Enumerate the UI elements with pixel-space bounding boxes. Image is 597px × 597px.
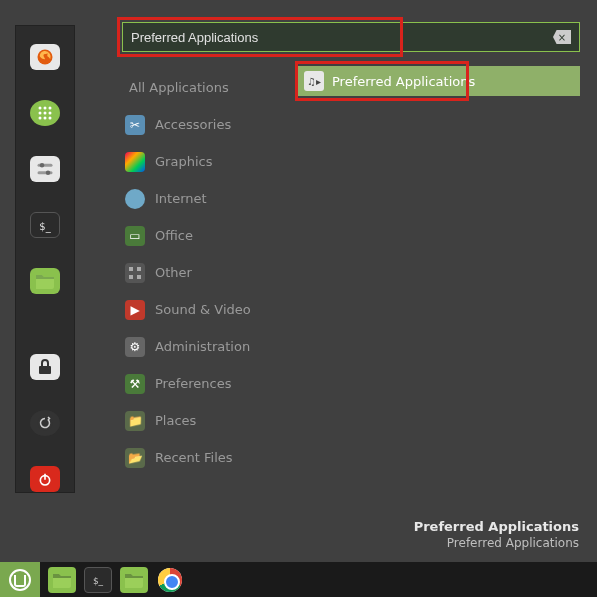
search-input[interactable] [131, 30, 553, 45]
svg-rect-21 [137, 275, 141, 279]
svg-point-3 [49, 106, 52, 109]
sliders-icon [36, 160, 54, 178]
taskbar-files[interactable] [48, 567, 76, 593]
category-preferences[interactable]: ⚒ Preferences [125, 365, 285, 402]
svg-point-1 [39, 106, 42, 109]
favorite-software-manager[interactable] [30, 100, 60, 126]
result-preferred-applications[interactable]: ♫▸ Preferred Applications [296, 66, 580, 96]
taskbar-terminal[interactable]: $_ [84, 567, 112, 593]
svg-point-9 [49, 116, 52, 119]
svg-point-11 [40, 163, 45, 168]
favorite-terminal[interactable]: $_ [30, 212, 60, 239]
taskbar: $_ [0, 562, 597, 597]
category-recent-files[interactable]: 📂 Recent Files [125, 439, 285, 476]
taskbar-files-2[interactable] [120, 567, 148, 593]
category-label: Places [155, 413, 196, 428]
recent-icon: 📂 [125, 448, 145, 468]
category-label: Administration [155, 339, 250, 354]
category-label: Sound & Video [155, 302, 251, 317]
favorite-firefox[interactable] [30, 44, 60, 70]
svg-point-6 [49, 111, 52, 114]
favorite-system-settings[interactable] [30, 156, 60, 182]
taskbar-chrome[interactable] [156, 567, 184, 593]
folder-icon: 📁 [125, 411, 145, 431]
clear-search-button[interactable]: × [553, 30, 571, 44]
category-label: Office [155, 228, 193, 243]
description-subtitle: Preferred Applications [414, 536, 579, 550]
svg-rect-14 [39, 366, 51, 374]
category-all-applications[interactable]: All Applications [125, 69, 285, 106]
lock-icon [38, 359, 52, 375]
svg-point-5 [44, 111, 47, 114]
mint-menu-button[interactable] [0, 562, 40, 597]
description-title: Preferred Applications [414, 519, 579, 534]
favorite-lock-screen[interactable] [30, 354, 60, 380]
category-administration[interactable]: ⚙ Administration [125, 328, 285, 365]
power-icon [37, 471, 53, 487]
office-icon: ▭ [125, 226, 145, 246]
category-label: Internet [155, 191, 207, 206]
category-label: Preferences [155, 376, 231, 391]
svg-rect-19 [137, 267, 141, 271]
category-sound-video[interactable]: ▶ Sound & Video [125, 291, 285, 328]
category-office[interactable]: ▭ Office [125, 217, 285, 254]
category-label: Graphics [155, 154, 212, 169]
category-label: Other [155, 265, 192, 280]
scissors-icon: ✂ [125, 115, 145, 135]
result-label: Preferred Applications [332, 74, 475, 89]
favorite-power[interactable] [30, 466, 60, 492]
preferences-icon: ⚒ [125, 374, 145, 394]
folder-icon [124, 572, 144, 588]
folder-icon [35, 273, 55, 289]
preferred-apps-icon: ♫▸ [304, 71, 324, 91]
svg-rect-20 [129, 275, 133, 279]
grid-icon [37, 105, 53, 121]
category-label: All Applications [129, 80, 229, 95]
globe-icon [125, 189, 145, 209]
mint-logo-icon [9, 569, 31, 591]
category-accessories[interactable]: ✂ Accessories [125, 106, 285, 143]
admin-icon: ⚙ [125, 337, 145, 357]
favorites-sidebar: $_ [15, 25, 75, 493]
folder-icon [52, 572, 72, 588]
category-other[interactable]: Other [125, 254, 285, 291]
svg-point-13 [46, 170, 51, 175]
category-places[interactable]: 📁 Places [125, 402, 285, 439]
logout-icon [36, 414, 54, 432]
svg-point-8 [44, 116, 47, 119]
categories-list: All Applications ✂ Accessories Graphics … [125, 69, 285, 476]
search-box[interactable]: × [122, 22, 580, 52]
category-graphics[interactable]: Graphics [125, 143, 285, 180]
grid-icon [125, 263, 145, 283]
chrome-icon [158, 568, 182, 592]
category-label: Accessories [155, 117, 231, 132]
firefox-icon [36, 48, 54, 66]
play-icon: ▶ [125, 300, 145, 320]
graphics-icon [125, 152, 145, 172]
favorite-files[interactable] [30, 268, 60, 294]
favorite-logout[interactable] [30, 410, 60, 436]
app-description: Preferred Applications Preferred Applica… [414, 519, 579, 550]
svg-point-2 [44, 106, 47, 109]
svg-point-7 [39, 116, 42, 119]
svg-point-4 [39, 111, 42, 114]
category-internet[interactable]: Internet [125, 180, 285, 217]
category-label: Recent Files [155, 450, 233, 465]
svg-rect-18 [129, 267, 133, 271]
